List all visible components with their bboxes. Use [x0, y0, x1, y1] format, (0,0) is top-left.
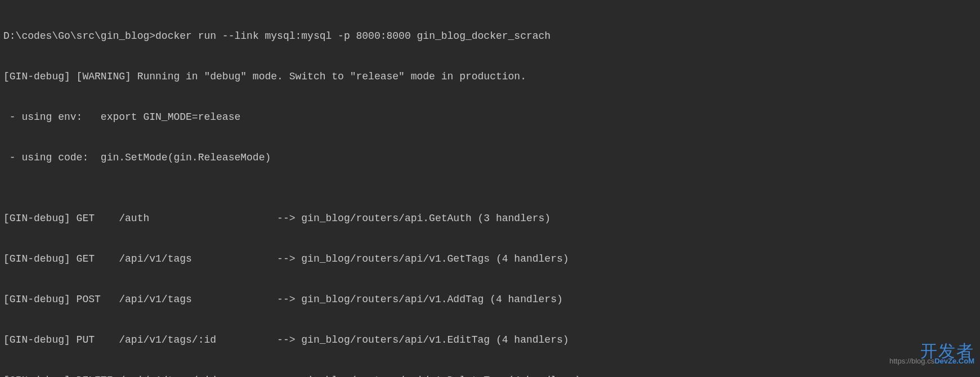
route-line: [GIN-debug] PUT /api/v1/tags/:id --> gin… — [3, 330, 977, 350]
route-line: [GIN-debug] GET /auth --> gin_blog/route… — [3, 208, 977, 228]
terminal-output[interactable]: D:\codes\Go\src\gin_blog>docker run --li… — [0, 0, 980, 377]
hint-code-line: - using code: gin.SetMode(gin.ReleaseMod… — [3, 147, 977, 168]
prompt-line: D:\codes\Go\src\gin_blog>docker run --li… — [3, 26, 977, 46]
route-line: [GIN-debug] POST /api/v1/tags --> gin_bl… — [3, 289, 977, 309]
route-line: [GIN-debug] GET /api/v1/tags --> gin_blo… — [3, 249, 977, 269]
warning-line: [GIN-debug] [WARNING] Running in "debug"… — [3, 66, 977, 87]
hint-env-line: - using env: export GIN_MODE=release — [3, 107, 977, 127]
prompt-path: D:\codes\Go\src\gin_blog> — [3, 30, 155, 42]
prompt-command: docker run --link mysql:mysql -p 8000:80… — [155, 30, 551, 42]
route-line: [GIN-debug] DELETE /api/v1/tags/:id --> … — [3, 370, 977, 377]
